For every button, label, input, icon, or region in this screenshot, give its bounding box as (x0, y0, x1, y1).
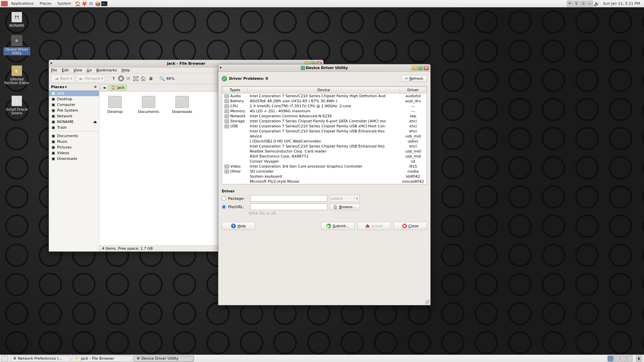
up-icon[interactable]: ↑ (111, 75, 117, 81)
menu-bookmarks[interactable]: Bookmarks (96, 68, 117, 72)
task-ddu[interactable]: ⚙Device Driver Utility (133, 356, 194, 362)
device-row[interactable]: ( (Dev)USB2.0 HD UVC WebCam)videousbvc (222, 139, 427, 144)
ddu-titlebar[interactable]: ▾ Device Driver Utility – ▢ ✕ (218, 64, 430, 72)
col-driver-header[interactable]: Driver (400, 87, 427, 94)
tray-network-icon[interactable]: ⇅ (574, 1, 580, 7)
drive-icon[interactable]: 💽 (133, 75, 139, 81)
workspace-1[interactable] (607, 356, 613, 362)
install-button[interactable]: 📥 Install (357, 222, 391, 230)
task-file-browser[interactable]: 📁jack - File Browser (72, 356, 132, 362)
sidebar-item[interactable]: ▣Trash (49, 125, 99, 130)
close-dialog-button[interactable]: ✖ Close (393, 222, 427, 230)
sidebar-item[interactable]: ▣Desktop (49, 96, 99, 102)
device-row[interactable]: VideoIntel Corporation 3rd Gen Core proc… (222, 164, 427, 169)
resize-grip[interactable] (425, 300, 430, 304)
sidebar-header[interactable]: Places (51, 85, 64, 89)
browse-button[interactable]: 🏠 Browse... (329, 204, 360, 210)
window-menu-icon[interactable]: ▾ (220, 65, 225, 71)
device-row[interactable]: StorageIntel Corporation 7 Series Chipse… (222, 119, 427, 124)
package-manager-icon[interactable]: 📦 (95, 1, 101, 7)
device-row[interactable]: Microsoft PS/2-style Mousemouse8042 (222, 179, 427, 184)
device-table[interactable]: Types Device Driver AudioIntel Corporati… (222, 86, 427, 184)
forward-button[interactable]: ►Forward ▾ (76, 74, 105, 82)
minimize-button[interactable]: – (412, 66, 417, 70)
menu-file[interactable]: File (51, 68, 57, 72)
device-row[interactable]: Memory 4G (2G + 2G) ; 4096G maximum--- (222, 109, 427, 114)
device-row[interactable]: System keyboardkb8042 (222, 174, 427, 179)
device-row[interactable]: ASIX Electronics Corp. AX88772usb_mid (222, 154, 427, 159)
refresh-button[interactable]: ⟳ Refresh (401, 75, 427, 82)
task-network-prefs[interactable]: ⚙Network Preferences (... (10, 356, 70, 362)
desktop-icon-noname[interactable]: 💾 NONAME (3, 12, 30, 27)
tray-clock-icon[interactable]: ◷ (580, 1, 586, 7)
device-row[interactable]: Corsair Voyagersd (222, 159, 427, 164)
submit-button[interactable]: ▶ Submit... (321, 222, 355, 230)
sidebar-item[interactable]: ▣File System (49, 108, 99, 113)
path-segment[interactable]: 🏠 jack (109, 85, 127, 90)
device-row[interactable]: NetworkIntel Corporation Centrino Advanc… (222, 114, 427, 119)
eject-icon[interactable]: ⏏ (94, 120, 97, 124)
menu-applications[interactable]: Applications (8, 0, 36, 7)
sidebar-item[interactable]: ▣Network (49, 113, 99, 119)
tray-updater-icon[interactable]: ⟳ (567, 1, 573, 7)
device-row[interactable]: Intel Corporation 7 Series/C210 Series C… (222, 129, 427, 134)
desktop-icon-gparted[interactable]: ◧ GParted Partition Editor (3, 65, 30, 85)
desktop-icon-ddu[interactable]: ⚙ Device Driver Utility (3, 35, 30, 55)
distro-logo-icon[interactable] (1, 1, 8, 6)
panel-clock[interactable]: Sun Jan 11, 5:11 PM (600, 0, 643, 7)
workspace-4[interactable] (627, 356, 633, 362)
terminal-icon[interactable]: >_ (101, 1, 107, 6)
menu-view[interactable]: View (73, 68, 82, 72)
menu-go[interactable]: Go (87, 68, 92, 72)
menu-places[interactable]: Places (37, 0, 54, 7)
sidebar-item[interactable]: ▣Videos (49, 150, 99, 156)
menu-edit[interactable]: Edit (62, 68, 69, 72)
home-icon[interactable]: 🏠 (140, 75, 146, 81)
back-button[interactable]: ◄Back ▾ (51, 74, 74, 82)
path-back-button[interactable]: ◄ (100, 85, 108, 90)
menu-system[interactable]: System (55, 0, 74, 7)
show-desktop-button[interactable] (1, 356, 8, 362)
fileurl-radio[interactable] (222, 205, 226, 209)
home-icon[interactable]: 🏠 (74, 1, 80, 7)
device-row[interactable]: Other3D controllernvidia (222, 169, 427, 174)
package-radio[interactable] (222, 196, 226, 201)
help-button[interactable]: ? Help (222, 222, 255, 230)
file-item[interactable]: Desktop (103, 96, 127, 114)
tray-volume-icon[interactable]: 🔊 (594, 1, 600, 7)
fileurl-input[interactable] (250, 203, 327, 210)
zoom-out-icon[interactable]: 🔍 (159, 75, 165, 81)
device-row[interactable]: AudioIntel Corporation 7 Series/C210 Ser… (222, 94, 427, 99)
sidebar-item[interactable]: ▣Downloads (49, 156, 99, 162)
sidebar-item[interactable]: ▣Computer (49, 102, 99, 108)
sidebar-item[interactable]: ▣Pictures (49, 144, 99, 150)
workspace-2[interactable] (614, 356, 620, 362)
thunderbird-icon[interactable]: ✉ (88, 1, 94, 7)
sidebar-item[interactable]: ▣Music (49, 139, 99, 144)
file-item[interactable]: Documents (137, 96, 160, 114)
col-device-header[interactable]: Device (248, 87, 399, 94)
sidebar-item[interactable]: ▣NONAME⏏ (49, 119, 99, 125)
device-row[interactable]: Intel Corporation 7 Series/C210 Series C… (222, 144, 427, 149)
computer-icon[interactable]: 🖥 (148, 75, 154, 81)
maximize-button[interactable]: ▢ (418, 66, 423, 70)
firefox-icon[interactable]: 🦊 (81, 1, 87, 7)
repo-combo[interactable]: solaris (329, 195, 360, 202)
sidebar-item[interactable]: ▣Documents (49, 133, 99, 139)
file-item[interactable]: Downloads (170, 96, 194, 114)
device-row[interactable]: USBIntel Corporation 7 Series/C210 Serie… (222, 124, 427, 129)
device-row[interactable]: deviceusb_mid (222, 134, 427, 139)
stop-icon[interactable]: ✖ (118, 75, 124, 81)
window-menu-icon[interactable]: ▾ (50, 61, 56, 66)
tray-display-icon[interactable]: ▭ (587, 1, 593, 7)
menu-help[interactable]: Help (121, 68, 130, 72)
sidebar-close-icon[interactable]: ✖ (94, 85, 97, 89)
sidebar-item[interactable]: ▣jack (49, 90, 99, 96)
col-types-header[interactable]: Types (222, 87, 248, 94)
package-input[interactable] (250, 195, 327, 202)
device-row[interactable]: Realtek Semiconductor Corp. Card readeru… (222, 149, 427, 154)
close-button[interactable]: ✕ (424, 66, 429, 70)
reload-icon[interactable]: ⟳ (125, 75, 131, 81)
workspace-3[interactable] (620, 356, 626, 362)
desktop-icon-install[interactable]: ⬇ Install Oracle Solaris (3, 96, 30, 115)
